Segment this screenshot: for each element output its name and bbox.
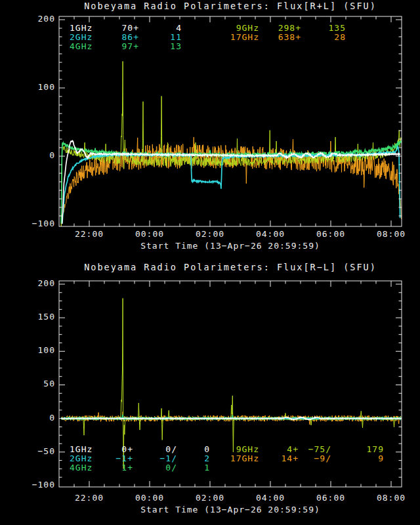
x-tick-label: 08:00: [371, 494, 411, 503]
legend-freq-label: 9GHz: [229, 445, 259, 454]
legend-freq-label: 4GHz: [70, 463, 104, 472]
legend-freq-label: 1GHz: [70, 24, 104, 33]
y-tick-label: 50: [18, 379, 55, 388]
legend-value: 4+: [259, 445, 299, 454]
legend-value: 13: [139, 42, 182, 51]
y-tick-label: 100: [18, 346, 55, 355]
y-tick-label: −100: [18, 480, 55, 490]
legend-row: 2GHz−1+−1/2: [70, 454, 210, 463]
legend-value: 179: [331, 445, 384, 454]
legend-value: 97+: [104, 42, 139, 51]
y-tick-label: 0: [18, 413, 55, 423]
x-tick-label: 04:00: [251, 494, 290, 503]
legend-row: 17GHz14+−9/9: [229, 454, 384, 463]
y-tick-label: 100: [18, 83, 55, 92]
legend-freq-label: 1GHz: [70, 445, 104, 454]
x-tick-label: 22:00: [70, 230, 109, 239]
legend-value: 28: [301, 33, 346, 42]
legend-freq-label: 2GHz: [70, 454, 104, 463]
legend-value: 1+: [104, 463, 133, 472]
x-tick-label: 08:00: [371, 230, 411, 239]
legend-value: 0: [177, 445, 210, 454]
legend-freq-label: 17GHz: [229, 454, 259, 463]
legend-row: 1GHz70+4: [70, 24, 182, 33]
legend-value: 70+: [104, 24, 139, 33]
legend-row: 17GHz638+28: [229, 33, 346, 42]
series-4ghz: [61, 140, 401, 224]
legend-value: 4: [139, 24, 182, 33]
x-tick-label: 00:00: [130, 494, 169, 503]
x-tick-label: 22:00: [70, 494, 109, 503]
legend-row: 2GHz86+11: [70, 33, 182, 42]
legend-freq-label: 2GHz: [70, 33, 104, 42]
x-tick-label: 02:00: [190, 230, 230, 239]
y-tick-label: −50: [18, 447, 55, 456]
series-9ghz: [61, 299, 401, 469]
nobeyama-flux-plot: { "app": { "background": "#000000", "axi…: [0, 0, 420, 525]
x-tick-label: 04:00: [251, 230, 290, 239]
legend-value: 135: [301, 24, 346, 33]
legend-value: 11: [139, 33, 182, 42]
legend-row: 1GHz0+0/0: [70, 445, 210, 454]
legend-value: 0/: [133, 463, 177, 472]
legend-value: 86+: [104, 33, 139, 42]
x-tick-label: 02:00: [190, 494, 230, 503]
legend-row: 4GHz1+0/1: [70, 463, 210, 472]
legend-row: 9GHz4+−75/179: [229, 445, 384, 454]
legend-value: −75/: [299, 445, 331, 454]
legend-value: 1: [177, 463, 210, 472]
y-tick-label: −100: [18, 219, 55, 228]
y-tick-label: 200: [18, 279, 55, 288]
series-9ghz: [61, 61, 401, 226]
legend-value: 0+: [104, 445, 133, 454]
y-tick-label: 150: [18, 312, 55, 322]
legend-freq-label: 4GHz: [70, 42, 104, 51]
legend-value: 298+: [259, 24, 301, 33]
legend-row: 9GHz298+135: [229, 24, 346, 33]
x-tick-label: 06:00: [311, 230, 350, 239]
legend-freq-label: 17GHz: [229, 33, 259, 42]
legend-value: 638+: [259, 33, 301, 42]
x-tick-label: 06:00: [311, 494, 350, 503]
y-tick-label: 200: [18, 14, 55, 24]
legend-value: −1+: [104, 454, 133, 463]
legend-freq-label: 9GHz: [229, 24, 259, 33]
legend-value: 0/: [133, 445, 177, 454]
legend-value: 14+: [259, 454, 299, 463]
x-tick-label: 00:00: [130, 230, 169, 239]
legend-value: 9: [331, 454, 384, 463]
legend-value: −9/: [299, 454, 331, 463]
legend-value: −1/: [133, 454, 177, 463]
y-tick-label: 0: [18, 151, 55, 160]
legend-row: 4GHz97+13: [70, 42, 182, 51]
legend-value: 2: [177, 454, 210, 463]
